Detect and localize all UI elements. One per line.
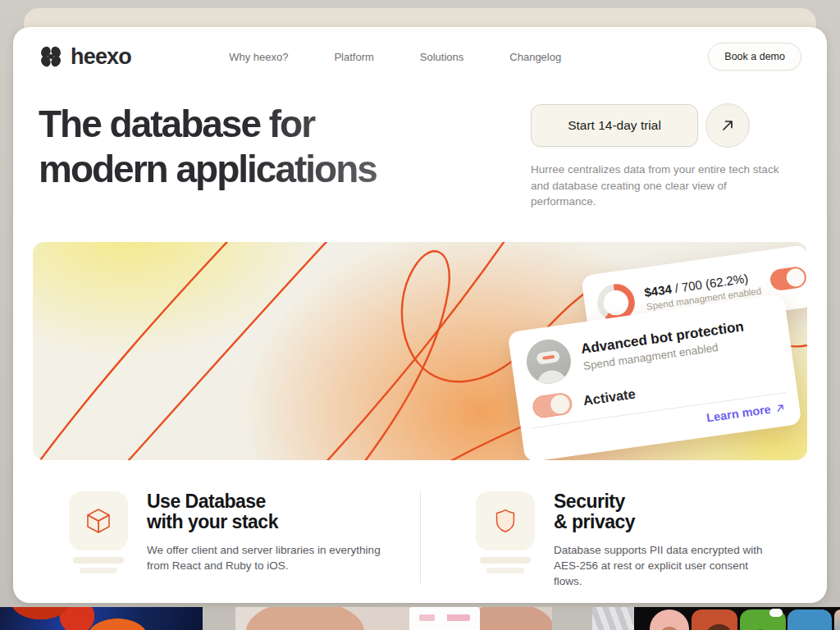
pedestal-bar [480,557,531,564]
shield-icon-tile [476,491,535,550]
avatar-tile [740,609,786,630]
phone-screen [409,607,480,630]
heexo-logo-icon [39,45,63,68]
hero-description-line2: and database creating one clear view of … [531,178,779,210]
pedestal-bar [73,557,124,564]
feature-title: Security & privacy [554,491,771,532]
activate-label: Activate [582,386,637,409]
spend-amount: $434 [643,281,672,299]
avatar-tile [650,609,689,630]
header: heexo Why heexo? Platform Solutions Chan… [39,39,801,75]
hero-description-line1: Hurree centralizes data from your entire… [531,162,779,178]
page-title-line1: The database for [39,103,314,145]
feature-title-line2: & privacy [554,512,771,532]
pedestal-bar [486,568,524,573]
hero-section: The database for modern applications Sta… [39,102,801,210]
main-page-card: heexo Why heexo? Platform Solutions Chan… [13,27,827,603]
photo-avatar-tiles [634,607,840,630]
logo[interactable]: heexo [39,44,131,70]
hero-cta-column: Start 14-day trial Hurree centralizes da… [531,103,779,210]
spend-toggle[interactable] [769,265,807,291]
feature-database-stack: Use Database with your stack We offer cl… [69,491,420,589]
nav-item-platform[interactable]: Platform [334,51,373,63]
feature-security-privacy: Security & privacy Database supports PII… [420,491,771,589]
trial-arrow-button[interactable] [705,103,750,148]
page-title: The database for modern applications [39,102,531,210]
brand-name: heexo [71,44,131,70]
book-demo-button[interactable]: Book a demo [708,43,801,71]
robot-avatar-icon [523,336,573,386]
arrow-up-right-icon [775,402,785,412]
shield-icon [490,505,521,536]
features-section: Use Database with your stack We offer cl… [39,491,801,589]
cube-icon [82,504,115,537]
photo-fabric-detail [592,607,634,630]
hero-banner: $434 / 700 (62.2%) Spend managment enabl… [33,242,807,460]
footer-photo-strip [0,607,840,630]
nav-item-changelog[interactable]: Changelog [509,51,561,63]
page-title-line2: modern applications [39,148,377,190]
feature-title-line1: Security [554,491,771,512]
feature-title-line1: Use Database [147,491,393,512]
cube-icon-tile [69,491,128,550]
avatar-tile [788,609,832,630]
nav-item-solutions[interactable]: Solutions [420,51,463,63]
main-nav: Why heexo? Platform Solutions Changelog [229,51,610,63]
avatar-tile [834,609,840,630]
feature-body: We offer client and server libraries in … [147,542,393,573]
arrow-up-right-icon [719,117,736,134]
photo-hands-holding-phone [235,607,552,630]
nav-item-why-heexo[interactable]: Why heexo? [229,51,288,63]
photo-industrial-3d-render [0,607,203,630]
feature-body: Database supports PII data encrypted wit… [554,542,771,589]
hero-description: Hurree centralizes data from your entire… [531,162,779,210]
activate-toggle-knob [550,393,571,414]
learn-more-link[interactable]: Learn more [705,402,771,424]
avatar-tile [692,609,737,630]
feature-title-line2: with your stack [147,512,393,532]
activate-toggle[interactable] [532,391,573,418]
feature-title: Use Database with your stack [147,491,393,532]
start-trial-button[interactable]: Start 14-day trial [531,104,698,147]
spend-toggle-knob [786,267,806,287]
pedestal-bar [80,568,117,573]
